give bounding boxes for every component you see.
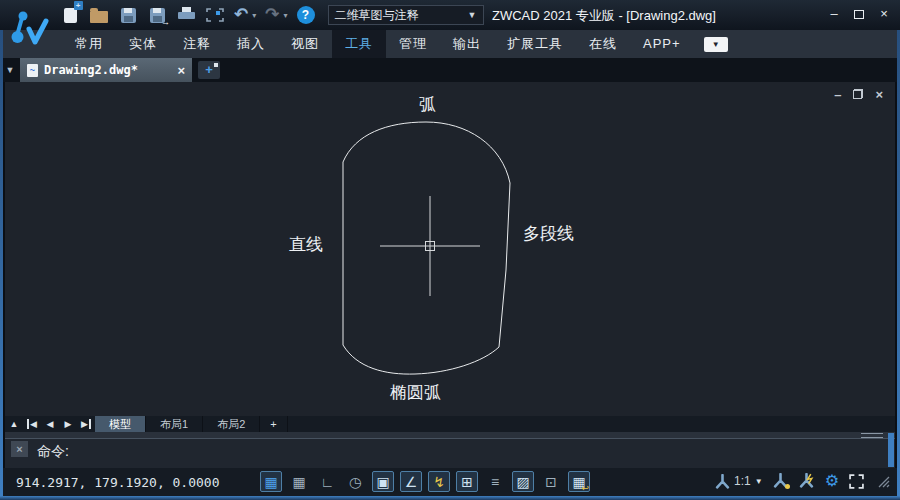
transparency-toggle[interactable]: ▨ xyxy=(512,471,534,492)
command-line-panel[interactable]: × 命令: xyxy=(5,432,895,468)
title-bar: → ↶ ▾ ↷ ▾ ? 二维草图与注释 ▼ ZWCAD 2021 专业版 - [… xyxy=(0,0,900,30)
plot-preview-icon[interactable] xyxy=(205,5,225,25)
label-elliptical-arc[interactable]: 椭圆弧 xyxy=(390,381,441,404)
new-layout-button[interactable]: + xyxy=(260,416,287,432)
command-prompt[interactable]: 命令: xyxy=(37,443,69,461)
label-line[interactable]: 直线 xyxy=(289,233,323,256)
annotation-autoscale-icon[interactable] xyxy=(799,473,815,489)
document-tab-bar: ▼ ~ Drawing2.dwg* × + xyxy=(0,58,900,82)
object-snap-tracking-toggle[interactable]: ∠ xyxy=(400,471,422,492)
open-icon[interactable] xyxy=(89,5,109,25)
quick-properties-toggle[interactable]: ⊡ xyxy=(540,471,562,492)
ortho-mode-toggle[interactable]: ∟ xyxy=(316,471,338,492)
workspace-selector[interactable]: 二维草图与注释 ▼ xyxy=(328,5,484,25)
resize-grip[interactable] xyxy=(876,474,890,488)
coordinates-readout: 914.2917, 179.1920, 0.0000 xyxy=(16,475,220,490)
object-snap-toggle[interactable]: ▣ xyxy=(372,471,394,492)
print-icon[interactable] xyxy=(176,5,196,25)
polar-tracking-toggle[interactable]: ◷ xyxy=(344,471,366,492)
annotation-visibility-icon[interactable] xyxy=(773,473,789,489)
minimize-button[interactable]: – xyxy=(826,8,842,22)
annotation-scale-dropdown-icon: ▼ xyxy=(755,477,763,486)
new-document-tab-button[interactable]: + xyxy=(198,61,220,79)
redo-dropdown-icon[interactable]: ▾ xyxy=(284,11,288,20)
undo-icon[interactable]: ↶ xyxy=(234,5,248,25)
layout-tab-model[interactable]: 模型 xyxy=(95,416,146,432)
ribbon-tab-express-tools[interactable]: 扩展工具 xyxy=(494,30,576,58)
layout-first-icon[interactable]: ◀ xyxy=(23,416,41,432)
redo-icon[interactable]: ↷ xyxy=(265,5,279,25)
drawing-window-controls: – × xyxy=(834,88,883,102)
selection-cycling-toggle[interactable]: ▦↩ xyxy=(568,471,590,492)
quick-access-toolbar: → ↶ ▾ ↷ ▾ ? 二维草图与注释 ▼ xyxy=(60,3,484,27)
window-controls: – × xyxy=(826,8,892,22)
zwcad-window: → ↶ ▾ ↷ ▾ ? 二维草图与注释 ▼ ZWCAD 2021 专业版 - [… xyxy=(0,0,900,500)
command-panel-titlebar[interactable] xyxy=(5,432,895,439)
document-tab-label: Drawing2.dwg* xyxy=(44,63,138,77)
close-button[interactable]: × xyxy=(876,8,892,22)
grid-display-toggle[interactable]: ▦ xyxy=(260,471,282,492)
ribbon-tab-app-plus[interactable]: APP+ xyxy=(630,30,694,58)
ribbon-tab-bar: 常用 实体 注释 插入 视图 工具 管理 输出 扩展工具 在线 APP+ ▼ xyxy=(0,30,900,58)
command-panel-grip[interactable] xyxy=(861,433,883,438)
layout-tab-bar: ▲ ◀ ◀ ▶ ▶ 模型 布局1 布局2 + xyxy=(5,416,895,432)
ribbon-tab-tools[interactable]: 工具 xyxy=(332,30,386,58)
annotation-scale-control[interactable]: 1:1 ▼ xyxy=(715,474,763,489)
new-drawing-icon[interactable] xyxy=(60,5,80,25)
lineweight-toggle[interactable]: ≡ xyxy=(484,471,506,492)
window-border-bottom xyxy=(0,496,900,500)
layout-menu-up-icon[interactable]: ▲ xyxy=(5,416,23,432)
settings-gear-icon[interactable]: ⚙ xyxy=(825,472,839,490)
maximize-button[interactable] xyxy=(851,8,867,22)
crosshair-cursor xyxy=(380,196,480,296)
annotation-scale-value: 1:1 xyxy=(734,474,751,488)
save-as-arrow: → xyxy=(161,17,170,27)
status-toggles: ▦ ▦ ∟ ◷ ▣ ∠ ↯ ⊞ ≡ ▨ ⊡ ▦↩ xyxy=(260,471,590,492)
drawing-close-button[interactable]: × xyxy=(875,88,883,102)
layout-tab-layout2[interactable]: 布局2 xyxy=(203,416,260,432)
workspace-value: 二维草图与注释 xyxy=(335,7,419,24)
snap-mode-toggle[interactable]: ▦ xyxy=(288,471,310,492)
ribbon-tab-home[interactable]: 常用 xyxy=(62,30,116,58)
ribbon-overflow-icon[interactable]: ▼ xyxy=(704,37,728,52)
layout-next-icon[interactable]: ▶ xyxy=(59,416,77,432)
label-polyline[interactable]: 多段线 xyxy=(523,222,574,245)
dynamic-input-toggle[interactable]: ↯ xyxy=(428,471,450,492)
dwg-file-icon: ~ xyxy=(27,64,38,77)
ribbon-tab-view[interactable]: 视图 xyxy=(278,30,332,58)
document-tab-close-icon[interactable]: × xyxy=(177,63,185,78)
ribbon-tab-annotate[interactable]: 注释 xyxy=(170,30,224,58)
command-panel-close-icon[interactable]: × xyxy=(11,441,28,457)
label-arc[interactable]: 弧 xyxy=(419,93,436,116)
undo-dropdown-icon[interactable]: ▾ xyxy=(252,11,256,20)
save-as-icon[interactable]: → xyxy=(147,5,167,25)
workspace-dropdown-icon: ▼ xyxy=(468,10,477,20)
ribbon-tab-insert[interactable]: 插入 xyxy=(224,30,278,58)
fullscreen-icon[interactable] xyxy=(849,474,864,489)
drawing-restore-button[interactable] xyxy=(853,88,863,102)
model-space-canvas[interactable]: 弧 直线 多段线 椭圆弧 – × xyxy=(5,82,895,416)
status-right-group: 1:1 ▼ ⚙ xyxy=(715,472,890,490)
entity-elliptical-arc[interactable] xyxy=(343,345,499,374)
window-border-left xyxy=(0,30,3,497)
layout-tab-layout1[interactable]: 布局1 xyxy=(146,416,203,432)
zwcad-logo-icon[interactable] xyxy=(8,5,54,53)
entity-arc[interactable] xyxy=(343,122,510,183)
layout-last-icon[interactable]: ▶ xyxy=(77,416,95,432)
document-tab-menu-icon[interactable]: ▼ xyxy=(0,58,20,82)
help-icon[interactable]: ? xyxy=(297,6,315,24)
document-tab[interactable]: ~ Drawing2.dwg* × xyxy=(20,58,192,82)
command-scrollbar[interactable] xyxy=(888,433,894,467)
status-bar: 914.2917, 179.1920, 0.0000 ▦ ▦ ∟ ◷ ▣ ∠ ↯… xyxy=(0,468,900,496)
layout-prev-icon[interactable]: ◀ xyxy=(41,416,59,432)
ribbon-tab-manage[interactable]: 管理 xyxy=(386,30,440,58)
drawing-minimize-button[interactable]: – xyxy=(834,88,841,102)
annotation-scale-icon xyxy=(715,474,730,489)
ribbon-tab-solid[interactable]: 实体 xyxy=(116,30,170,58)
ribbon-tab-online[interactable]: 在线 xyxy=(576,30,630,58)
dynamic-ucs-toggle[interactable]: ⊞ xyxy=(456,471,478,492)
window-title: ZWCAD 2021 专业版 - [Drawing2.dwg] xyxy=(492,7,716,25)
save-icon[interactable] xyxy=(118,5,138,25)
entity-polyline[interactable] xyxy=(499,183,510,347)
ribbon-tab-output[interactable]: 输出 xyxy=(440,30,494,58)
